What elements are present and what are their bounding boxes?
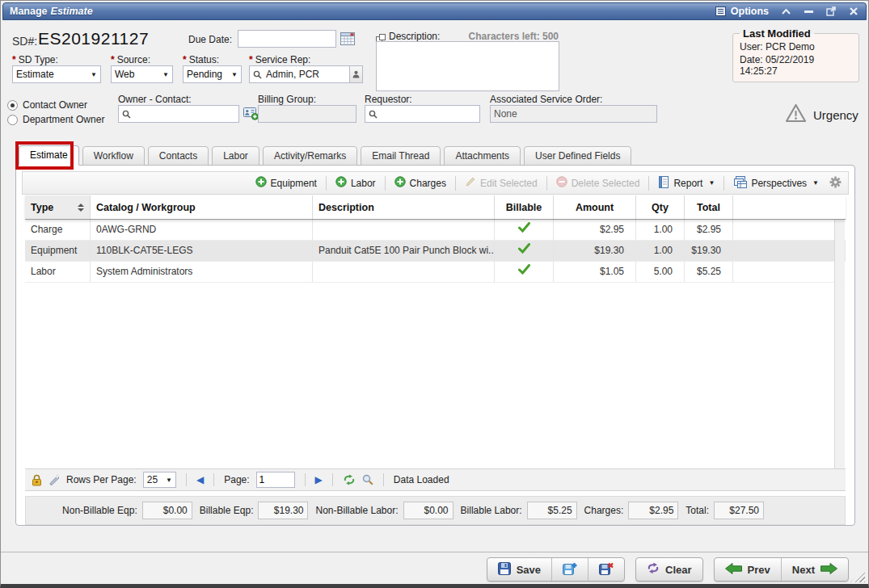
close-icon[interactable] <box>848 6 859 17</box>
cell-qty[interactable]: 5.00 <box>635 262 684 282</box>
resize-grip[interactable] <box>850 569 865 582</box>
cell-catalog[interactable]: 110BLK-CAT5E-LEGS <box>90 241 312 261</box>
cell-billable[interactable] <box>494 262 553 282</box>
service-rep-picker-button[interactable] <box>349 66 362 82</box>
department-owner-radio[interactable]: Department Owner <box>7 114 104 125</box>
last-modified-box: Last Modified User: PCR Demo Date: 05/22… <box>732 27 859 82</box>
options-list-icon <box>715 6 727 17</box>
tab-user-defined-fields[interactable]: User Defined Fields <box>524 146 631 166</box>
prev-button[interactable]: Prev <box>715 558 781 581</box>
delete-selected-button[interactable]: Delete Selected <box>552 174 644 191</box>
options-button[interactable]: Options <box>715 6 769 17</box>
gear-icon <box>829 176 842 191</box>
column-header-qty[interactable]: Qty <box>635 195 684 219</box>
cell-filler <box>732 262 846 282</box>
due-date-input[interactable] <box>238 30 336 48</box>
urgency-button[interactable]: Urgency <box>785 103 858 126</box>
column-header-type[interactable]: Type <box>25 195 90 219</box>
cell-type[interactable]: Charge <box>25 220 90 240</box>
cell-qty[interactable]: 1.00 <box>635 241 684 261</box>
table-row[interactable]: Charge 0AWG-GRND $2.95 1.00 $2.95 <box>25 220 846 241</box>
cell-description[interactable]: Panduit Cat5E 100 Pair Punch Block wi... <box>312 241 494 261</box>
save-and-close-button[interactable] <box>588 558 624 581</box>
cell-amount[interactable]: $1.05 <box>553 262 635 282</box>
cell-type[interactable]: Equipment <box>25 241 90 261</box>
column-header-description[interactable]: Description <box>312 195 494 219</box>
table-row[interactable]: Labor System Administrators $1.05 5.00 $… <box>25 262 846 283</box>
column-header-catalog-workgroup[interactable]: Catalog / Workgroup <box>90 195 312 219</box>
tab-labor[interactable]: Labor <box>212 146 259 166</box>
cell-description[interactable] <box>312 220 494 240</box>
tab-contacts[interactable]: Contacts <box>148 146 209 166</box>
billing-group-input <box>258 105 356 123</box>
save-button[interactable]: Save <box>487 558 551 581</box>
page-input[interactable] <box>256 472 295 488</box>
grid-scrollbar-track[interactable] <box>834 195 845 469</box>
previous-page-icon[interactable]: ◀ <box>196 474 204 485</box>
radio-selected-icon <box>7 100 18 111</box>
next-button[interactable]: Next <box>781 558 848 581</box>
tab-attachments[interactable]: Attachments <box>444 146 521 166</box>
tab-activity-remarks[interactable]: Activity/Remarks <box>263 146 357 166</box>
column-header-billable[interactable]: Billable <box>494 195 553 219</box>
popout-icon[interactable] <box>825 6 837 17</box>
source-select[interactable]: Web▼ <box>111 65 173 83</box>
green-arrow-right-icon <box>820 563 837 577</box>
cell-description[interactable] <box>312 262 494 282</box>
table-row[interactable]: Equipment 110BLK-CAT5E-LEGS Panduit Cat5… <box>25 241 846 262</box>
perspectives-button[interactable]: Perspectives ▼ <box>729 174 823 192</box>
cell-qty[interactable]: 1.00 <box>635 220 684 240</box>
add-charges-button[interactable]: Charges <box>390 174 450 191</box>
save-label: Save <box>517 564 541 576</box>
add-equipment-label: Equipment <box>271 178 317 189</box>
clear-button[interactable]: Clear <box>636 558 702 581</box>
edit-selected-button[interactable]: Edit Selected <box>461 174 542 191</box>
options-label: Options <box>731 6 769 17</box>
cell-type[interactable]: Labor <box>25 262 90 282</box>
report-button[interactable]: Report ▼ <box>654 174 719 192</box>
wrench-icon[interactable] <box>49 474 60 486</box>
cell-catalog[interactable]: 0AWG-GRND <box>90 220 312 240</box>
contact-add-icon[interactable] <box>243 107 259 124</box>
status-select[interactable]: Pending▼ <box>183 65 242 83</box>
column-header-amount[interactable]: Amount <box>553 195 635 219</box>
cell-total[interactable]: $2.95 <box>684 220 732 240</box>
grid-settings-button[interactable] <box>828 174 843 192</box>
minus-circle-icon <box>556 176 567 190</box>
service-rep-combo[interactable]: Admin, PCR <box>249 65 363 83</box>
calendar-icon[interactable] <box>340 32 355 48</box>
pagination-bar: Rows Per Page: 25 ▼ ◀ Page: ▶ Data Loade… <box>25 468 846 491</box>
minimize-icon[interactable] <box>803 6 814 17</box>
total-value: $2.95 <box>628 502 678 519</box>
column-header-total[interactable]: Total <box>684 195 732 219</box>
add-labor-button[interactable]: Labor <box>331 174 380 191</box>
sd-type-select[interactable]: Estimate▼ <box>12 65 101 83</box>
toolbar-separator <box>648 176 649 191</box>
cell-billable[interactable] <box>494 241 553 261</box>
save-and-new-button[interactable] <box>551 558 588 581</box>
cell-amount[interactable]: $19.30 <box>553 241 635 261</box>
lock-icon[interactable] <box>32 474 42 486</box>
cell-amount[interactable]: $2.95 <box>553 220 635 240</box>
cell-total[interactable]: $19.30 <box>684 241 732 261</box>
search-icon[interactable] <box>362 474 373 485</box>
add-equipment-button[interactable]: Equipment <box>251 174 321 191</box>
cell-total[interactable]: $5.25 <box>684 262 732 282</box>
tab-estimate[interactable]: Estimate <box>19 145 79 166</box>
chevron-down-icon: ▼ <box>159 71 169 78</box>
rows-per-page-select[interactable]: 25 ▼ <box>143 472 176 488</box>
contact-owner-radio[interactable]: Contact Owner <box>7 99 87 111</box>
collapse-icon[interactable] <box>780 6 791 17</box>
cell-catalog[interactable]: System Administrators <box>90 262 312 282</box>
refresh-icon[interactable] <box>343 474 356 485</box>
description-textarea[interactable] <box>376 41 559 91</box>
toolbar-separator <box>326 176 327 191</box>
tab-email-thread[interactable]: Email Thread <box>361 146 441 166</box>
due-date-label: Due Date: <box>188 34 232 45</box>
requestor-input[interactable] <box>365 105 480 123</box>
perspectives-icon <box>733 176 747 191</box>
tab-workflow[interactable]: Workflow <box>82 146 145 166</box>
next-page-icon[interactable]: ▶ <box>315 474 323 485</box>
owner-contact-input[interactable] <box>118 105 239 123</box>
cell-billable[interactable] <box>494 220 553 240</box>
